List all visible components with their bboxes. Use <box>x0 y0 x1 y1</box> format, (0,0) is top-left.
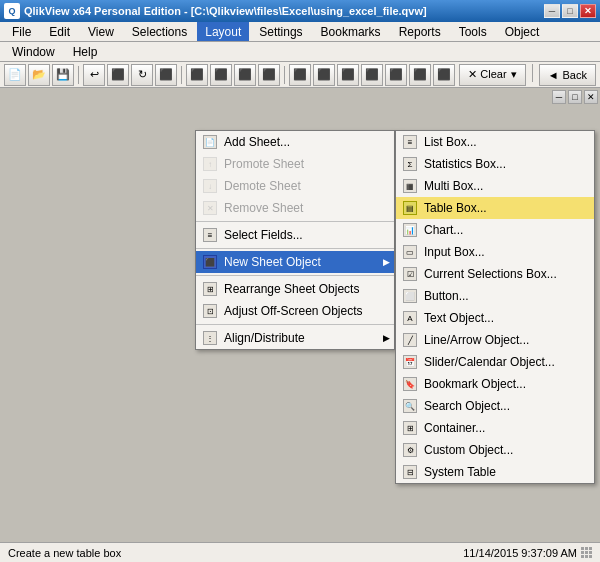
menu-table-box[interactable]: ▤ Table Box... <box>396 197 594 219</box>
text-object-icon: A <box>400 308 420 328</box>
menu-input-box[interactable]: ▭ Input Box... <box>396 241 594 263</box>
menu-object[interactable]: Object <box>497 22 548 41</box>
menu-statistics-box[interactable]: Σ Statistics Box... <box>396 153 594 175</box>
title-bar-controls: ─ □ ✕ <box>544 4 596 18</box>
layout-menu: 📄 Add Sheet... ↑ Promote Sheet ↓ Dem <box>195 130 395 350</box>
sep4 <box>196 324 394 325</box>
menu-help[interactable]: Help <box>65 42 106 61</box>
remove-sheet-label: Remove Sheet <box>224 201 303 215</box>
statistics-box-label: Statistics Box... <box>424 157 506 171</box>
new-sheet-object-icon: ⬛ <box>200 252 220 272</box>
menu-container[interactable]: ⊞ Container... <box>396 417 594 439</box>
menu-current-selections-box[interactable]: ☑ Current Selections Box... <box>396 263 594 285</box>
inner-close[interactable]: ✕ <box>584 90 598 104</box>
menu-list-box[interactable]: ≡ List Box... <box>396 131 594 153</box>
toolbar-btn13[interactable]: ⬛ <box>385 64 407 86</box>
table-box-label: Table Box... <box>424 201 487 215</box>
search-object-label: Search Object... <box>424 399 510 413</box>
menu-search-object[interactable]: 🔍 Search Object... <box>396 395 594 417</box>
rearrange-objects-label: Rearrange Sheet Objects <box>224 282 359 296</box>
button-label: Button... <box>424 289 469 303</box>
menu-reports[interactable]: Reports <box>391 22 449 41</box>
toolbar-undo[interactable]: ↩ <box>83 64 105 86</box>
multi-box-label: Multi Box... <box>424 179 483 193</box>
toolbar-btn6[interactable]: ⬛ <box>210 64 232 86</box>
toolbar-clear[interactable]: ✕ Clear ▾ <box>459 64 525 86</box>
menu-layout[interactable]: Layout <box>197 22 249 41</box>
toolbar: 📄 📂 💾 ↩ ⬛ ↻ ⬛ ⬛ ⬛ ⬛ ⬛ ⬛ ⬛ ⬛ ⬛ ⬛ ⬛ ⬛ ✕ Cl… <box>0 62 600 88</box>
menu-text-object[interactable]: A Text Object... <box>396 307 594 329</box>
toolbar-new[interactable]: 📄 <box>4 64 26 86</box>
bookmark-object-label: Bookmark Object... <box>424 377 526 391</box>
toolbar-sep4 <box>532 64 533 82</box>
select-fields-label: Select Fields... <box>224 228 303 242</box>
button-icon: ⬜ <box>400 286 420 306</box>
clear-label: ✕ Clear <box>468 68 506 81</box>
menu-settings[interactable]: Settings <box>251 22 310 41</box>
toolbar-btn5[interactable]: ⬛ <box>186 64 208 86</box>
current-selections-box-label: Current Selections Box... <box>424 267 557 281</box>
list-box-icon: ≡ <box>400 132 420 152</box>
custom-object-label: Custom Object... <box>424 443 513 457</box>
title-bar: Q QlikView x64 Personal Edition - [C:\Ql… <box>0 0 600 22</box>
menu-button[interactable]: ⬜ Button... <box>396 285 594 307</box>
menu-system-table[interactable]: ⊟ System Table <box>396 461 594 483</box>
menu-custom-object[interactable]: ⚙ Custom Object... <box>396 439 594 461</box>
toolbar-save[interactable]: 💾 <box>52 64 74 86</box>
menu-window[interactable]: Window <box>4 42 63 61</box>
toolbar-open[interactable]: 📂 <box>28 64 50 86</box>
clear-arrow: ▾ <box>511 68 517 81</box>
toolbar-btn9[interactable]: ⬛ <box>289 64 311 86</box>
bookmark-object-icon: 🔖 <box>400 374 420 394</box>
status-right: 11/14/2015 9:37:09 AM <box>463 547 592 559</box>
toolbar-btn12[interactable]: ⬛ <box>361 64 383 86</box>
align-icon: ⋮ <box>200 328 220 348</box>
maximize-button[interactable]: □ <box>562 4 578 18</box>
menu-multi-box[interactable]: ▦ Multi Box... <box>396 175 594 197</box>
menu-line-arrow-object[interactable]: ╱ Line/Arrow Object... <box>396 329 594 351</box>
menu-new-sheet-object[interactable]: ⬛ New Sheet Object ▶ <box>196 251 394 273</box>
menu-file[interactable]: File <box>4 22 39 41</box>
menu-slider-calendar[interactable]: 📅 Slider/Calendar Object... <box>396 351 594 373</box>
system-table-label: System Table <box>424 465 496 479</box>
toolbar-sep2 <box>181 66 182 84</box>
toolbar-btn11[interactable]: ⬛ <box>337 64 359 86</box>
chart-icon: 📊 <box>400 220 420 240</box>
menu-bookmark-object[interactable]: 🔖 Bookmark Object... <box>396 373 594 395</box>
menu-select-fields[interactable]: ≡ Select Fields... <box>196 224 394 246</box>
inner-maximize[interactable]: □ <box>568 90 582 104</box>
toolbar-zoom[interactable]: ⬛ <box>433 64 455 86</box>
menu-remove-sheet: ✕ Remove Sheet <box>196 197 394 219</box>
menu-add-sheet[interactable]: 📄 Add Sheet... <box>196 131 394 153</box>
menu-view[interactable]: View <box>80 22 122 41</box>
add-sheet-icon: 📄 <box>200 132 220 152</box>
toolbar-btn10[interactable]: ⬛ <box>313 64 335 86</box>
menu-rearrange-objects[interactable]: ⊞ Rearrange Sheet Objects <box>196 278 394 300</box>
line-arrow-icon: ╱ <box>400 330 420 350</box>
toolbar-back[interactable]: ◄ Back <box>539 64 596 86</box>
sep2 <box>196 248 394 249</box>
close-button[interactable]: ✕ <box>580 4 596 18</box>
menu-chart[interactable]: 📊 Chart... <box>396 219 594 241</box>
app-icon: Q <box>4 3 20 19</box>
current-selections-icon: ☑ <box>400 264 420 284</box>
toolbar-btn7[interactable]: ⬛ <box>234 64 256 86</box>
menu-bar-2: Window Help <box>0 42 600 62</box>
toolbar-btn8[interactable]: ⬛ <box>258 64 280 86</box>
minimize-button[interactable]: ─ <box>544 4 560 18</box>
menu-selections[interactable]: Selections <box>124 22 195 41</box>
toolbar-btn3[interactable]: ↻ <box>131 64 153 86</box>
text-object-label: Text Object... <box>424 311 494 325</box>
menu-adjust-objects[interactable]: ⊡ Adjust Off-Screen Objects <box>196 300 394 322</box>
inner-minimize[interactable]: ─ <box>552 90 566 104</box>
align-distribute-label: Align/Distribute <box>224 331 305 345</box>
sheet-object-menu: ≡ List Box... Σ Statistics Box... ▦ M <box>395 130 595 484</box>
toolbar-btn4[interactable]: ⬛ <box>155 64 177 86</box>
menu-tools[interactable]: Tools <box>451 22 495 41</box>
toolbar-btn2[interactable]: ⬛ <box>107 64 129 86</box>
menu-bookmarks[interactable]: Bookmarks <box>313 22 389 41</box>
menu-edit[interactable]: Edit <box>41 22 78 41</box>
toolbar-btn14[interactable]: ⬛ <box>409 64 431 86</box>
menu-align-distribute[interactable]: ⋮ Align/Distribute ▶ <box>196 327 394 349</box>
sep1 <box>196 221 394 222</box>
